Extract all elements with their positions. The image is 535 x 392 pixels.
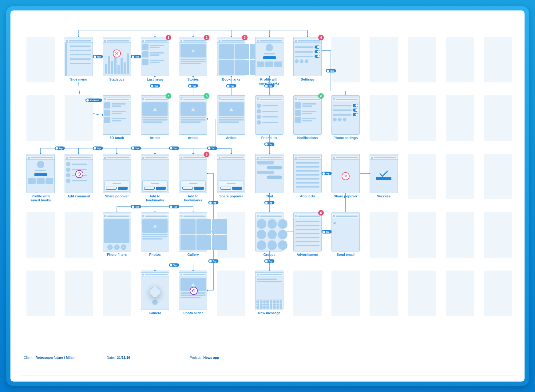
screen-gallery[interactable]: Gallery — [179, 212, 207, 258]
empty-slot — [408, 37, 436, 82]
tap-pill[interactable]: Tap — [264, 259, 275, 263]
footer-project-value: News app — [203, 356, 219, 359]
screen-article_a[interactable]: aArticle — [141, 95, 169, 141]
wireframe — [255, 95, 283, 135]
screen-label: Share popover — [103, 194, 131, 198]
screen-stories[interactable]: 2Stories — [179, 37, 207, 82]
empty-slot — [484, 37, 512, 82]
wireframe: 3 — [217, 37, 245, 76]
tap-pill[interactable]: Tap — [322, 230, 332, 234]
screen-photo_filters[interactable]: YYYPhoto filters — [103, 212, 131, 258]
empty-slot — [26, 95, 55, 141]
tap-pill[interactable]: Tap — [207, 147, 217, 150]
empty-slot — [446, 95, 474, 141]
screen-article_b[interactable]: bArticle — [179, 95, 207, 141]
empty-slot — [446, 37, 474, 82]
tap-pill[interactable]: Tap — [131, 205, 141, 208]
tap-pill[interactable]: Tap — [264, 201, 275, 204]
tap-pill[interactable]: Tap — [131, 147, 141, 150]
screen-label: Profile with saved books — [26, 194, 55, 202]
badge: 3 — [242, 35, 248, 40]
screen-advertisment[interactable]: 6Advertisment — [293, 212, 322, 258]
badge: 4 — [318, 35, 324, 40]
tap-pill[interactable]: Tap — [169, 147, 179, 150]
refresh-icon[interactable] — [75, 170, 83, 178]
screen-label: Settings — [293, 77, 322, 81]
wireframe: 4 — [293, 37, 322, 76]
screen-friend_list[interactable]: Friend list — [255, 95, 283, 141]
badge: 2 — [204, 35, 209, 40]
tap-pill[interactable]: Tap — [264, 143, 275, 146]
3d-touch-pill[interactable]: 3D Touch — [85, 99, 102, 102]
wireframe: 1 — [141, 37, 169, 76]
screen-article_c[interactable]: Article — [217, 95, 245, 141]
empty-slot — [26, 37, 55, 82]
screen-photos[interactable]: Photos — [141, 212, 169, 258]
screen-statistics[interactable]: Statistics — [103, 37, 131, 82]
screen-notifications[interactable]: cNotifications — [293, 95, 322, 141]
screen-label: Advertisment — [293, 253, 322, 257]
tap-pill[interactable]: Tap — [326, 69, 336, 73]
screen-phone_settings[interactable]: Phone settings — [331, 95, 360, 141]
screen-add_comment[interactable]: Add comment — [65, 154, 93, 199]
screen-new_message[interactable]: New message — [255, 271, 283, 316]
footer-date-label: Date: — [107, 356, 115, 359]
screen-add_bookmarks_2[interactable]: 5Add to bookmarks — [179, 154, 207, 199]
wireframe — [103, 37, 131, 76]
tap-pill[interactable]: Tap — [55, 147, 65, 150]
screen-touch3d[interactable]: 3D touch — [103, 95, 131, 141]
screen-settings[interactable]: 4Settings — [293, 37, 322, 82]
screen-photo_slider[interactable]: Photo slider — [179, 271, 207, 316]
close-icon[interactable] — [113, 49, 121, 57]
refresh-icon[interactable] — [190, 287, 198, 295]
tap-pill[interactable]: Tap — [188, 84, 198, 88]
screen-about_us[interactable]: About Us — [293, 154, 322, 199]
screen-label: Article — [179, 136, 207, 140]
tap-pill[interactable]: Tap — [264, 84, 275, 88]
screen-profile_saved_1[interactable]: Profile with saved books — [255, 37, 283, 82]
screen-send_email[interactable]: ✕Send email — [331, 212, 360, 258]
tap-pill[interactable]: Tap — [208, 201, 219, 204]
screen-label: Add to bookmarks — [179, 194, 207, 202]
footer-client: Client: Retrosuperfuture / Milan — [20, 353, 103, 362]
screen-label: New message — [255, 311, 283, 315]
empty-slot — [484, 154, 512, 199]
screen-bookmarks[interactable]: 3Bookmarks — [217, 37, 245, 82]
screen-add_bookmarks_1[interactable]: Add to bookmarks — [141, 154, 169, 199]
empty-slot — [331, 37, 360, 82]
screen-share_popover_3[interactable]: ✕Share popover — [331, 154, 360, 199]
screen-share_popover_2[interactable]: Share popover — [217, 154, 245, 199]
tap-pill[interactable]: Tap — [169, 263, 179, 267]
canvas[interactable]: Side menuStatistics1Last news2Stories3Bo… — [10, 10, 525, 382]
screen-last_news[interactable]: 1Last news — [141, 37, 169, 82]
tap-pill[interactable]: Tap — [93, 55, 103, 58]
empty-slot — [370, 37, 398, 82]
screen-profile_saved_2[interactable]: Profile with saved books — [26, 154, 55, 199]
tap-pill[interactable]: Tap — [208, 259, 219, 263]
tap-pill[interactable]: Tap — [169, 205, 179, 208]
screen-label: Send email — [331, 253, 360, 257]
wireframe — [255, 154, 283, 193]
tap-pill[interactable]: Tap — [226, 84, 236, 88]
empty-slot — [446, 154, 474, 199]
empty-slot — [484, 271, 512, 316]
screen-groups[interactable]: Groups — [255, 212, 283, 258]
screen-label: Statistics — [103, 77, 131, 81]
footer-notes — [20, 362, 515, 375]
wireframe: YYY — [103, 212, 131, 251]
screen-share_popover_1[interactable]: Share popover — [103, 154, 131, 199]
screen-chat[interactable]: Chat — [255, 154, 283, 199]
empty-slot — [293, 271, 322, 316]
wireframe — [103, 154, 131, 193]
badge: c — [318, 93, 324, 99]
wireframe — [217, 154, 245, 193]
screen-side_menu[interactable]: Side menu — [65, 37, 93, 82]
app-frame: Side menuStatistics1Last news2Stories3Bo… — [6, 6, 529, 386]
tap-pill[interactable]: Tap — [322, 172, 332, 175]
tap-pill[interactable]: Tap — [150, 84, 160, 88]
tap-pill[interactable]: Tap — [93, 147, 103, 150]
tap-pill[interactable]: Tap — [131, 55, 141, 58]
screen-camera[interactable]: Camera — [141, 271, 169, 316]
empty-slot — [408, 154, 436, 199]
screen-success[interactable]: Success — [370, 154, 398, 199]
